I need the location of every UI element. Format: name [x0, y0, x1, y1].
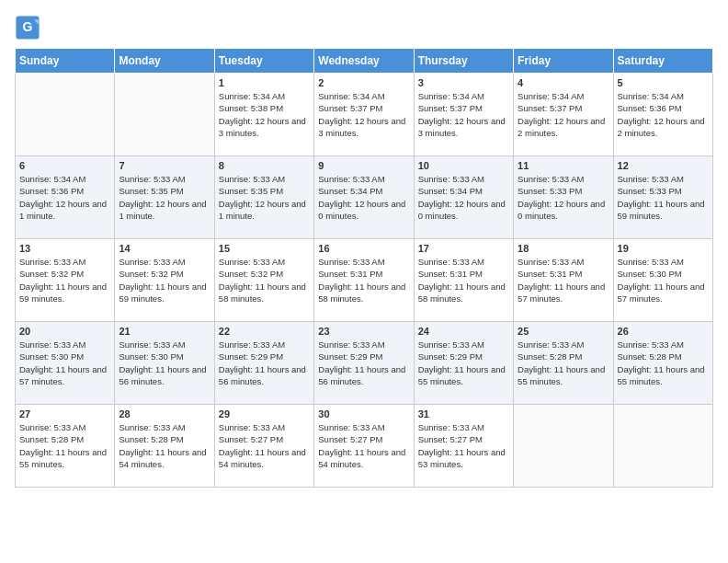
- calendar-cell: 10Sunrise: 5:33 AM Sunset: 5:34 PM Dayli…: [414, 156, 513, 239]
- calendar-cell: 22Sunrise: 5:33 AM Sunset: 5:29 PM Dayli…: [214, 322, 313, 405]
- day-number: 27: [19, 408, 110, 419]
- day-number: 31: [418, 408, 509, 419]
- calendar-cell: 20Sunrise: 5:33 AM Sunset: 5:30 PM Dayli…: [16, 322, 115, 405]
- calendar-cell: 15Sunrise: 5:33 AM Sunset: 5:32 PM Dayli…: [214, 239, 313, 322]
- calendar-cell: 8Sunrise: 5:33 AM Sunset: 5:35 PM Daylig…: [214, 156, 313, 239]
- day-info: Sunrise: 5:33 AM Sunset: 5:34 PM Dayligh…: [318, 173, 409, 222]
- day-number: 17: [418, 243, 509, 254]
- calendar-cell: 11Sunrise: 5:33 AM Sunset: 5:33 PM Dayli…: [514, 156, 613, 239]
- day-number: 19: [618, 243, 709, 254]
- page-header: G: [15, 15, 713, 40]
- calendar-cell: 7Sunrise: 5:33 AM Sunset: 5:35 PM Daylig…: [115, 156, 214, 239]
- day-info: Sunrise: 5:33 AM Sunset: 5:35 PM Dayligh…: [119, 173, 210, 222]
- calendar-cell: 9Sunrise: 5:33 AM Sunset: 5:34 PM Daylig…: [314, 156, 414, 239]
- svg-text:G: G: [23, 19, 33, 34]
- day-info: Sunrise: 5:34 AM Sunset: 5:37 PM Dayligh…: [418, 90, 509, 139]
- calendar-cell: 31Sunrise: 5:33 AM Sunset: 5:27 PM Dayli…: [414, 405, 513, 488]
- calendar-cell: 29Sunrise: 5:33 AM Sunset: 5:27 PM Dayli…: [214, 405, 313, 488]
- day-number: 3: [418, 77, 509, 88]
- calendar-cell: 18Sunrise: 5:33 AM Sunset: 5:31 PM Dayli…: [514, 239, 613, 322]
- day-info: Sunrise: 5:33 AM Sunset: 5:30 PM Dayligh…: [618, 256, 709, 304]
- weekday-header-friday: Friday: [514, 49, 613, 74]
- calendar-cell: 4Sunrise: 5:34 AM Sunset: 5:37 PM Daylig…: [514, 74, 613, 156]
- weekday-header-monday: Monday: [115, 49, 214, 74]
- day-number: 6: [19, 160, 110, 171]
- day-info: Sunrise: 5:33 AM Sunset: 5:33 PM Dayligh…: [618, 173, 709, 222]
- calendar-cell: 24Sunrise: 5:33 AM Sunset: 5:29 PM Dayli…: [414, 322, 513, 405]
- day-info: Sunrise: 5:33 AM Sunset: 5:33 PM Dayligh…: [518, 173, 609, 222]
- day-info: Sunrise: 5:33 AM Sunset: 5:28 PM Dayligh…: [19, 421, 110, 470]
- day-number: 1: [219, 77, 310, 88]
- calendar-cell: 26Sunrise: 5:33 AM Sunset: 5:28 PM Dayli…: [613, 322, 712, 405]
- day-info: Sunrise: 5:33 AM Sunset: 5:32 PM Dayligh…: [19, 256, 110, 304]
- day-info: Sunrise: 5:33 AM Sunset: 5:32 PM Dayligh…: [219, 256, 310, 304]
- day-number: 14: [119, 243, 210, 254]
- day-info: Sunrise: 5:33 AM Sunset: 5:34 PM Dayligh…: [418, 173, 509, 222]
- day-info: Sunrise: 5:34 AM Sunset: 5:37 PM Dayligh…: [318, 90, 409, 139]
- day-info: Sunrise: 5:33 AM Sunset: 5:28 PM Dayligh…: [618, 339, 709, 387]
- calendar-cell: [514, 405, 613, 488]
- calendar-cell: 6Sunrise: 5:34 AM Sunset: 5:36 PM Daylig…: [16, 156, 115, 239]
- day-number: 26: [618, 326, 709, 337]
- calendar-cell: [115, 74, 214, 156]
- logo-icon: G: [15, 15, 40, 40]
- weekday-header-sunday: Sunday: [16, 49, 115, 74]
- day-info: Sunrise: 5:33 AM Sunset: 5:28 PM Dayligh…: [119, 421, 210, 470]
- day-number: 29: [219, 408, 310, 419]
- day-number: 8: [219, 160, 310, 171]
- day-info: Sunrise: 5:33 AM Sunset: 5:31 PM Dayligh…: [318, 256, 409, 304]
- calendar-body: 1Sunrise: 5:34 AM Sunset: 5:38 PM Daylig…: [16, 74, 713, 488]
- calendar-table: SundayMondayTuesdayWednesdayThursdayFrid…: [15, 48, 713, 488]
- calendar-cell: 27Sunrise: 5:33 AM Sunset: 5:28 PM Dayli…: [16, 405, 115, 488]
- day-info: Sunrise: 5:33 AM Sunset: 5:29 PM Dayligh…: [219, 339, 310, 387]
- day-info: Sunrise: 5:33 AM Sunset: 5:29 PM Dayligh…: [418, 339, 509, 387]
- calendar-week-2: 13Sunrise: 5:33 AM Sunset: 5:32 PM Dayli…: [16, 239, 713, 322]
- day-info: Sunrise: 5:33 AM Sunset: 5:30 PM Dayligh…: [19, 339, 110, 387]
- weekday-header-thursday: Thursday: [414, 49, 513, 74]
- day-number: 28: [119, 408, 210, 419]
- day-info: Sunrise: 5:33 AM Sunset: 5:31 PM Dayligh…: [518, 256, 609, 304]
- calendar-cell: 23Sunrise: 5:33 AM Sunset: 5:29 PM Dayli…: [314, 322, 414, 405]
- calendar-cell: 5Sunrise: 5:34 AM Sunset: 5:36 PM Daylig…: [613, 74, 712, 156]
- day-info: Sunrise: 5:33 AM Sunset: 5:32 PM Dayligh…: [119, 256, 210, 304]
- day-number: 5: [618, 77, 709, 88]
- calendar-cell: 13Sunrise: 5:33 AM Sunset: 5:32 PM Dayli…: [16, 239, 115, 322]
- day-info: Sunrise: 5:33 AM Sunset: 5:29 PM Dayligh…: [318, 339, 409, 387]
- day-number: 18: [518, 243, 609, 254]
- day-number: 10: [418, 160, 509, 171]
- day-info: Sunrise: 5:33 AM Sunset: 5:27 PM Dayligh…: [318, 421, 409, 470]
- day-info: Sunrise: 5:33 AM Sunset: 5:28 PM Dayligh…: [518, 339, 609, 387]
- weekday-header-tuesday: Tuesday: [214, 49, 313, 74]
- day-number: 23: [318, 326, 409, 337]
- weekday-header-row: SundayMondayTuesdayWednesdayThursdayFrid…: [16, 49, 713, 74]
- calendar-cell: 1Sunrise: 5:34 AM Sunset: 5:38 PM Daylig…: [214, 74, 313, 156]
- day-info: Sunrise: 5:34 AM Sunset: 5:37 PM Dayligh…: [518, 90, 609, 139]
- calendar-cell: [16, 74, 115, 156]
- day-number: 30: [318, 408, 409, 419]
- day-number: 2: [318, 77, 409, 88]
- day-number: 13: [19, 243, 110, 254]
- calendar-cell: 14Sunrise: 5:33 AM Sunset: 5:32 PM Dayli…: [115, 239, 214, 322]
- day-number: 4: [518, 77, 609, 88]
- day-info: Sunrise: 5:33 AM Sunset: 5:27 PM Dayligh…: [418, 421, 509, 470]
- day-info: Sunrise: 5:34 AM Sunset: 5:36 PM Dayligh…: [19, 173, 110, 222]
- day-info: Sunrise: 5:33 AM Sunset: 5:27 PM Dayligh…: [219, 421, 310, 470]
- calendar-cell: 3Sunrise: 5:34 AM Sunset: 5:37 PM Daylig…: [414, 74, 513, 156]
- calendar-week-3: 20Sunrise: 5:33 AM Sunset: 5:30 PM Dayli…: [16, 322, 713, 405]
- calendar-cell: 28Sunrise: 5:33 AM Sunset: 5:28 PM Dayli…: [115, 405, 214, 488]
- weekday-header-wednesday: Wednesday: [314, 49, 414, 74]
- weekday-header-saturday: Saturday: [613, 49, 712, 74]
- day-info: Sunrise: 5:34 AM Sunset: 5:36 PM Dayligh…: [618, 90, 709, 139]
- calendar-header: SundayMondayTuesdayWednesdayThursdayFrid…: [16, 49, 713, 74]
- calendar-cell: 16Sunrise: 5:33 AM Sunset: 5:31 PM Dayli…: [314, 239, 414, 322]
- calendar-cell: 19Sunrise: 5:33 AM Sunset: 5:30 PM Dayli…: [613, 239, 712, 322]
- day-number: 25: [518, 326, 609, 337]
- calendar-week-1: 6Sunrise: 5:34 AM Sunset: 5:36 PM Daylig…: [16, 156, 713, 239]
- day-info: Sunrise: 5:34 AM Sunset: 5:38 PM Dayligh…: [219, 90, 310, 139]
- calendar-cell: [613, 405, 712, 488]
- day-number: 22: [219, 326, 310, 337]
- calendar-cell: 30Sunrise: 5:33 AM Sunset: 5:27 PM Dayli…: [314, 405, 414, 488]
- day-number: 20: [19, 326, 110, 337]
- calendar-cell: 2Sunrise: 5:34 AM Sunset: 5:37 PM Daylig…: [314, 74, 414, 156]
- day-number: 24: [418, 326, 509, 337]
